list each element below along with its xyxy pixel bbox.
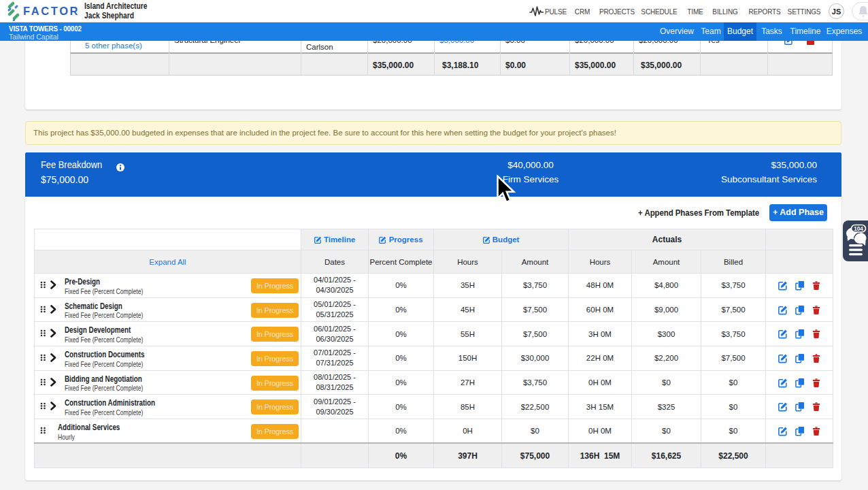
svg-text:104: 104 xyxy=(854,226,863,232)
